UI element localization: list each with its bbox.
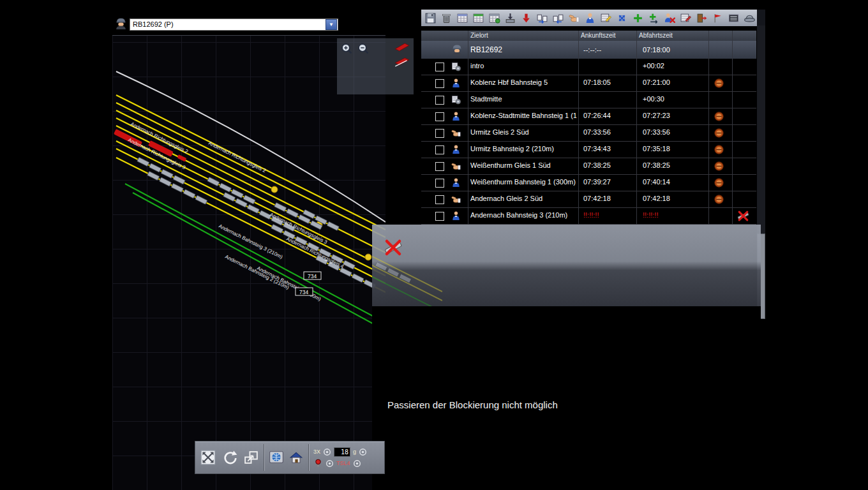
row-checkbox[interactable] bbox=[435, 112, 444, 121]
display-panel-icon[interactable] bbox=[726, 11, 741, 26]
row-checkbox[interactable] bbox=[435, 212, 444, 221]
stop-flag-icon[interactable] bbox=[714, 144, 724, 155]
col-arrival: Ankunftszeit bbox=[581, 32, 615, 39]
junction-arrows-icon[interactable] bbox=[614, 11, 629, 26]
camera-settings-cluster: 3X 18 g TSL4 bbox=[313, 447, 367, 468]
row-checkbox[interactable] bbox=[435, 79, 444, 88]
insert-rows-icon[interactable] bbox=[646, 11, 661, 26]
camera-toolbar: 3X 18 g TSL4 bbox=[195, 441, 385, 474]
waypoint-hand-icon bbox=[451, 161, 461, 172]
scale-icon[interactable] bbox=[243, 450, 259, 466]
remove-passenger-icon[interactable] bbox=[662, 11, 677, 26]
zoom-factor-label: 3X bbox=[313, 449, 320, 455]
row-checkbox[interactable] bbox=[435, 145, 444, 154]
train-departure: 07:18:00 bbox=[643, 46, 670, 54]
row-destination: Urmitz Bahnsteig 2 (210m) bbox=[470, 145, 554, 152]
table-row[interactable]: Andernach Gleis 2 Süd 07:42:18 07:42:18 bbox=[421, 191, 756, 208]
track-diagram: Andernach Richtungsgleis 2 Andernach Ric… bbox=[112, 36, 385, 490]
row-checkbox[interactable] bbox=[435, 195, 444, 204]
dropdown-arrow-icon[interactable]: ▼ bbox=[326, 19, 337, 30]
map-tool-panel bbox=[337, 38, 414, 94]
target-toggle-icon[interactable] bbox=[326, 459, 334, 468]
globe-view-icon[interactable] bbox=[269, 450, 284, 464]
zoom-out-icon[interactable] bbox=[357, 43, 370, 55]
target-toggle-icon[interactable] bbox=[353, 459, 361, 468]
tsl-label: TSL4 bbox=[336, 460, 350, 466]
row-checkbox[interactable] bbox=[435, 96, 444, 105]
table-row[interactable]: Urmitz Gleis 2 Süd 07:33:56 07:33:56 bbox=[421, 125, 756, 142]
transfer-right-icon[interactable] bbox=[534, 11, 550, 26]
stop-flag-icon[interactable] bbox=[714, 128, 724, 138]
target-toggle-icon[interactable] bbox=[323, 448, 331, 456]
table-row[interactable]: intro +00:02 bbox=[421, 59, 756, 75]
gravity-label: g bbox=[353, 449, 356, 455]
train-select-dropdown[interactable]: RB12692 (P) ▼ bbox=[130, 19, 338, 31]
pan-icon[interactable] bbox=[199, 449, 217, 466]
depot-hat-icon[interactable] bbox=[742, 11, 757, 26]
table-row[interactable]: Koblenz-Stadtmitte Bahnsteig 1 (1 07:26:… bbox=[421, 108, 756, 125]
map-view[interactable]: Andernach Richtungsgleis 2 Andernach Ric… bbox=[112, 35, 385, 490]
app-window: RB12692 (P) ▼ bbox=[0, 0, 868, 490]
table-row[interactable]: Stadtmitte +00:30 bbox=[421, 92, 756, 108]
table-row[interactable]: Urmitz Bahnsteig 2 (210m) 07:34:43 07:35… bbox=[421, 142, 756, 158]
toolbar-end-cap bbox=[757, 10, 765, 26]
green-tracks bbox=[125, 184, 385, 330]
signal-icon[interactable] bbox=[313, 459, 323, 468]
waypoint-hand-icon bbox=[451, 128, 461, 138]
row-destination: Weißenthurm Bahnsteig 1 (300m) bbox=[470, 178, 576, 186]
column-divider bbox=[732, 31, 733, 225]
insert-row-icon[interactable] bbox=[630, 11, 645, 26]
stop-flag-icon[interactable] bbox=[714, 111, 724, 122]
track-tool-alt-icon[interactable] bbox=[394, 57, 410, 67]
timetable-add-icon[interactable] bbox=[470, 11, 486, 26]
row-checkbox[interactable] bbox=[435, 179, 444, 188]
stop-flag-icon[interactable] bbox=[714, 78, 724, 89]
table-row[interactable]: Koblenz Hbf Bahnsteig 5 07:18:05 07:21:0… bbox=[421, 75, 756, 92]
passenger-stop-icon bbox=[451, 144, 461, 155]
flag-icon[interactable] bbox=[710, 11, 725, 26]
row-departure: +00:02 bbox=[643, 62, 664, 70]
timetable-icon[interactable] bbox=[454, 11, 470, 26]
timetable-header: Zielort Ankunftszeit Abfahrtszeit bbox=[421, 31, 756, 41]
row-checkbox[interactable] bbox=[435, 63, 444, 71]
table-row[interactable]: Weißenthurm Bahnsteig 1 (300m) 07:39:27 … bbox=[421, 175, 756, 191]
export-arrow-icon[interactable] bbox=[518, 11, 534, 26]
train-summary-row[interactable]: RB12692 --:--:-- 07:18:00 bbox=[421, 41, 756, 59]
stop-flag-icon[interactable] bbox=[714, 177, 724, 188]
row-departure: !!:!!:!! bbox=[643, 211, 658, 219]
counter-display: 18 bbox=[334, 447, 350, 457]
row-arrival: 07:42:18 bbox=[583, 195, 611, 202]
table-row[interactable]: Andernach Bahnsteig 3 (210m) !!:!!:!! !!… bbox=[421, 208, 756, 225]
stop-flag-icon[interactable] bbox=[714, 194, 724, 205]
save-icon[interactable] bbox=[423, 11, 438, 26]
rotate-icon[interactable] bbox=[221, 449, 239, 466]
target-toggle-icon[interactable] bbox=[359, 448, 367, 456]
message-panel: Passieren der Blockierung nicht möglich bbox=[372, 225, 761, 490]
exit-door-icon[interactable] bbox=[694, 11, 709, 26]
import-tray-icon[interactable] bbox=[502, 11, 518, 26]
timetable-copy-icon[interactable] bbox=[486, 11, 502, 26]
passenger-icon[interactable] bbox=[582, 11, 597, 26]
row-destination: Weißenthurm Gleis 1 Süd bbox=[470, 161, 551, 169]
delete-row-icon[interactable] bbox=[678, 11, 693, 26]
row-departure: +00:30 bbox=[643, 95, 664, 103]
row-departure: 07:42:18 bbox=[643, 195, 670, 202]
zoom-in-icon[interactable] bbox=[341, 43, 353, 55]
col-departure: Abfahrtszeit bbox=[639, 32, 673, 39]
track-tool-icon[interactable] bbox=[394, 43, 410, 52]
touch-hand-icon[interactable] bbox=[566, 11, 581, 26]
transfer-left-icon[interactable] bbox=[550, 11, 565, 26]
stop-flag-icon[interactable] bbox=[714, 161, 724, 172]
table-row[interactable]: Weißenthurm Gleis 1 Süd 07:38:25 07:38:2… bbox=[421, 158, 756, 175]
delete-icon[interactable] bbox=[438, 11, 454, 26]
timetable-panel: Zielort Ankunftszeit Abfahrtszeit RB1269… bbox=[421, 31, 756, 225]
edit-timetable-icon[interactable] bbox=[598, 11, 613, 26]
row-arrival: 07:18:05 bbox=[583, 78, 611, 86]
row-departure: 07:38:25 bbox=[643, 161, 670, 169]
blocked-icon[interactable] bbox=[737, 209, 750, 223]
blocked-route-icon[interactable] bbox=[382, 237, 404, 258]
row-checkbox[interactable] bbox=[435, 129, 444, 138]
row-checkbox[interactable] bbox=[435, 162, 444, 171]
row-destination: Andernach Bahnsteig 3 (210m) bbox=[470, 211, 567, 219]
home-view-icon[interactable] bbox=[288, 450, 304, 464]
